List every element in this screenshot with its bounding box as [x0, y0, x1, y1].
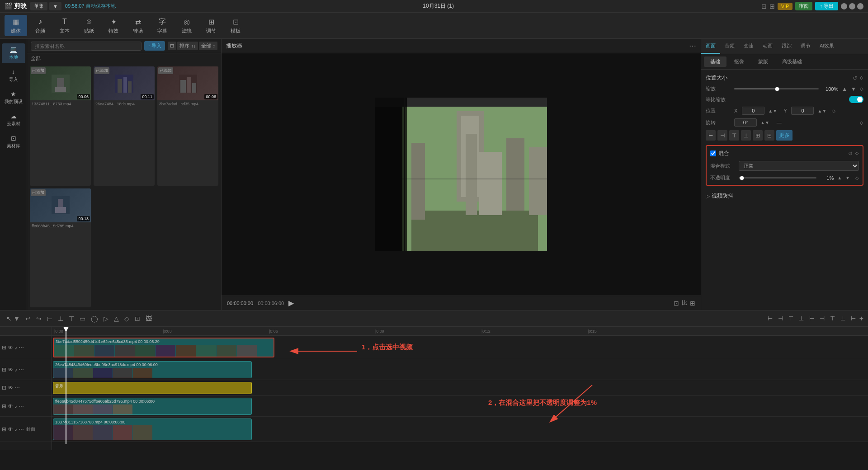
track5-visible-icon[interactable]: 👁 [8, 426, 13, 432]
track3-lock-icon[interactable]: ⊡ [2, 385, 6, 391]
tl-right-5[interactable]: ⊢ [807, 314, 816, 323]
align-center-h[interactable]: ⊣ [717, 130, 727, 141]
scale-up-icon[interactable]: ▲ [842, 86, 847, 92]
split-btn[interactable]: ⊢ [45, 314, 54, 323]
reset-icon-pos[interactable]: ↺ [853, 75, 857, 81]
pos-y-up[interactable]: ▲▼ [817, 108, 826, 113]
grid-view-btn[interactable]: ⊞ [168, 42, 176, 50]
play-range-btn[interactable]: ▷ [102, 314, 110, 323]
media-item-3[interactable]: 已添加 00:06 3be7adad...cd35.mp4 [157, 66, 218, 186]
align-bottom[interactable]: ⊟ [764, 130, 774, 141]
tool-transition[interactable]: ⇄ 转场 [127, 15, 149, 36]
minimize-button[interactable] [841, 3, 847, 9]
track1-more-icon[interactable]: ⋯ [19, 344, 24, 351]
track5-lock-icon[interactable]: ⊞ [2, 426, 6, 432]
track4-more-icon[interactable]: ⋯ [19, 403, 24, 409]
track1-audio-icon[interactable]: ♪ [14, 344, 17, 351]
opacity-slider[interactable] [739, 177, 816, 179]
keyframe-blend[interactable]: ◇ [855, 150, 859, 157]
track3-more-icon[interactable]: ⋯ [14, 385, 20, 391]
keyframe-icon-pos[interactable]: ◇ [860, 75, 863, 81]
keyframe-scale[interactable]: ◇ [860, 86, 863, 91]
cursor-tool[interactable]: ↖ ▼ [5, 314, 22, 323]
tab-ai[interactable]: AI效果 [815, 39, 839, 54]
tl-right-2[interactable]: ⊣ [776, 314, 785, 323]
track-clip-3-audio[interactable]: 音乐 [53, 382, 252, 394]
delete-prev-btn[interactable]: ⊥ [56, 314, 65, 323]
track2-visible-icon[interactable]: 👁 [8, 367, 13, 373]
tab-picture[interactable]: 画面 [701, 39, 720, 54]
tab-animation[interactable]: 动画 [758, 39, 777, 54]
track2-audio-icon[interactable]: ♪ [14, 367, 17, 373]
tl-right-4[interactable]: ⊥ [797, 314, 806, 323]
add-track-btn[interactable]: + [859, 315, 863, 323]
export-button[interactable]: ↑ 导出 [815, 2, 838, 10]
ratio-btn[interactable]: 比 [682, 299, 687, 307]
rect-btn[interactable]: ▭ [78, 314, 87, 323]
track2-more-icon[interactable]: ⋯ [19, 367, 24, 373]
subtab-advanced[interactable]: 高级基础 [776, 56, 808, 67]
rotation-input[interactable] [734, 118, 757, 127]
align-right[interactable]: ⊤ [729, 130, 739, 141]
align-center-v[interactable]: ⊞ [753, 130, 763, 141]
equal-scale-toggle[interactable] [849, 96, 863, 103]
tl-right-9[interactable]: ⊢ [849, 314, 858, 323]
nav-cloud[interactable]: ☁ 云素材 [2, 110, 25, 130]
tool-effects[interactable]: ✦ 特效 [102, 15, 125, 36]
tl-right-6[interactable]: ⊣ [818, 314, 826, 323]
sort-btn[interactable]: 排序 ↑↓ [177, 42, 198, 50]
track1-visible-icon[interactable]: 👁 [8, 344, 13, 351]
pos-x-up[interactable]: ▲▼ [768, 108, 777, 113]
scale-down-icon[interactable]: ▼ [851, 86, 856, 92]
track4-visible-icon[interactable]: 👁 [8, 403, 13, 409]
tl-right-7[interactable]: ⊤ [828, 314, 837, 323]
tool-text[interactable]: T 文本 [53, 15, 76, 36]
media-item-1[interactable]: 已添加 00:06 13374811...8763.mp4 [30, 66, 91, 186]
tool-template[interactable]: ⊡ 模板 [224, 15, 247, 36]
track3-visible-icon[interactable]: 👁 [8, 385, 13, 391]
blend-mode-select[interactable]: 正常 [739, 161, 859, 171]
delete-next-btn[interactable]: ⊤ [67, 314, 76, 323]
tool-adjust[interactable]: ⊞ 调节 [200, 15, 222, 36]
preview-settings-btn[interactable]: ⊞ [690, 299, 695, 307]
reset-blend[interactable]: ↺ [848, 150, 853, 157]
maximize-button[interactable] [849, 3, 855, 9]
nav-preset[interactable]: ★ 我的预设 [2, 88, 25, 108]
nav-library[interactable]: ⊡ 素材库 [2, 132, 25, 152]
subtab-cutout[interactable]: 抠像 [728, 56, 750, 67]
subtab-mask[interactable]: 蒙版 [752, 56, 774, 67]
import-button[interactable]: ↑ 导入 [144, 41, 165, 51]
tl-right-3[interactable]: ⊤ [787, 314, 795, 323]
tool-font[interactable]: 字 字幕 [151, 15, 174, 36]
tool-media[interactable]: ▦ 媒体 [5, 15, 27, 36]
track-clip-2[interactable]: 26ea7484849d60fedb6be96e3ac918dc.mp4 00:… [53, 361, 252, 378]
blend-checkbox[interactable] [710, 150, 716, 156]
track4-lock-icon[interactable]: ⊞ [2, 403, 6, 409]
fullscreen-btn[interactable]: ⊡ [674, 299, 679, 307]
track5-audio-icon[interactable]: ♪ [14, 426, 17, 432]
preview-more-icon[interactable]: ⋯ [689, 42, 696, 50]
tab-adjust[interactable]: 调节 [796, 39, 815, 54]
menu-dropdown[interactable]: ▼ [49, 2, 61, 10]
pos-y-input[interactable] [791, 107, 814, 115]
diamond-btn[interactable]: ◇ [123, 314, 131, 323]
crop-btn[interactable]: ⊡ [133, 314, 142, 323]
tool-filter[interactable]: ◎ 滤镜 [175, 15, 198, 36]
undo-btn[interactable]: ↩ [24, 314, 33, 323]
rotation-up[interactable]: ▲▼ [760, 120, 769, 125]
tab-audio[interactable]: 音频 [720, 39, 739, 54]
image-btn[interactable]: 🖼 [144, 314, 154, 323]
track-clip-4[interactable]: ffe668b45d8447575dff6e06ab25d795.mp4 00:… [53, 398, 252, 415]
keyframe-rotation[interactable]: ◇ [860, 120, 863, 125]
search-input[interactable] [31, 42, 142, 51]
play-button[interactable]: ▶ [288, 299, 294, 307]
opacity-down[interactable]: ▼ [845, 175, 850, 180]
oval-btn[interactable]: ◯ [89, 314, 100, 323]
vip-button[interactable]: VIP [778, 3, 793, 10]
track2-lock-icon[interactable]: ⊞ [2, 367, 6, 373]
tab-speed[interactable]: 变速 [739, 39, 758, 54]
track1-lock-icon[interactable]: ⊞ [2, 344, 6, 351]
track-clip-5[interactable]: 13374811157168763.mp4 00:00:06:00 [53, 418, 252, 440]
nav-local[interactable]: 💻 本地 [2, 43, 25, 63]
pos-x-input[interactable] [742, 107, 764, 115]
